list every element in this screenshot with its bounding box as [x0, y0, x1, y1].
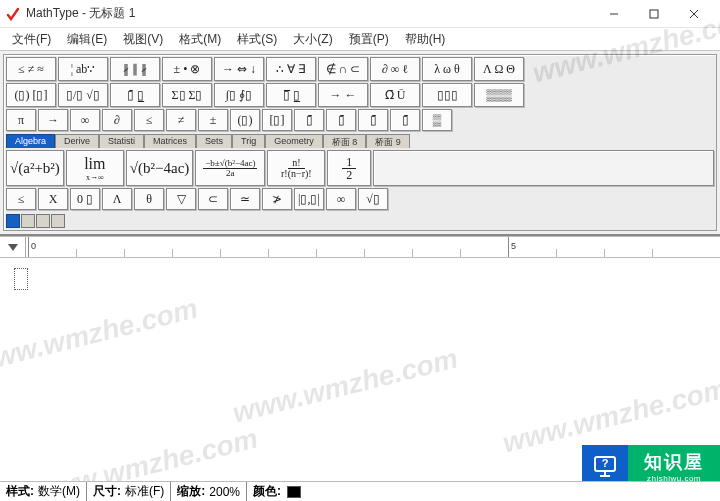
tmpl-frac-root[interactable]: ▯/▯ √▯ — [58, 83, 108, 107]
menu-edit[interactable]: 编辑(E) — [59, 29, 115, 50]
sym-greek-lower[interactable]: λ ω θ — [422, 57, 472, 81]
app-icon — [6, 7, 20, 21]
mini-tab-3[interactable] — [36, 214, 50, 228]
status-color[interactable]: 颜色: — [247, 482, 307, 501]
tmpl-fences[interactable]: (▯) [▯] — [6, 83, 56, 107]
expr-disc[interactable]: √(b²−4ac) — [126, 150, 194, 186]
mini-tabs — [6, 214, 714, 228]
symbol-palette: ≤ ≠ ≈ ¦ ab∵ ∦ ∥ ∦ ± • ⊗ → ⇔ ↓ ∴ ∀ ∃ ∉ ∩ … — [3, 54, 717, 231]
r5-nabla[interactable]: ▽ — [166, 188, 196, 210]
frac-den: r!(n−r)! — [281, 169, 312, 179]
status-zoom[interactable]: 缩放: 200% — [171, 482, 247, 501]
r5-ngtr[interactable]: ≯ — [262, 188, 292, 210]
window-buttons — [594, 1, 714, 27]
tab-derive[interactable]: Derive — [55, 134, 99, 148]
fav-pm[interactable]: ± — [198, 109, 228, 131]
frac-den: 2a — [226, 169, 235, 178]
math-text: √(b²−4ac) — [130, 160, 190, 177]
status-size[interactable]: 尺寸: 标准(F) — [87, 482, 171, 501]
fav-inf[interactable]: ∞ — [70, 109, 100, 131]
menu-prefs[interactable]: 预置(P) — [341, 29, 397, 50]
r5-le[interactable]: ≤ — [6, 188, 36, 210]
mini-tab-2[interactable] — [21, 214, 35, 228]
ruler-tick — [460, 249, 461, 257]
tab-trig[interactable]: Trig — [232, 134, 265, 148]
sym-operators[interactable]: ± • ⊗ — [162, 57, 212, 81]
menu-view[interactable]: 视图(V) — [115, 29, 171, 50]
sym-greek-upper[interactable]: Λ Ω Θ — [474, 57, 524, 81]
r5-zero[interactable]: 0 ▯ — [70, 188, 100, 210]
expr-binom[interactable]: n! r!(n−r)! — [267, 150, 325, 186]
tmpl-matrix[interactable]: ▯▯▯ — [422, 83, 472, 107]
status-style[interactable]: 样式: 数学(M) — [0, 482, 87, 501]
r5-root[interactable]: √▯ — [358, 188, 388, 210]
sym-misc[interactable]: ∂ ∞ ℓ — [370, 57, 420, 81]
status-color-label: 颜色: — [253, 483, 281, 500]
sym-arrows[interactable]: → ⇔ ↓ — [214, 57, 264, 81]
sym-embellish[interactable]: ∦ ∥ ∦ — [110, 57, 160, 81]
tab-extra-9[interactable]: 桥面 9 — [366, 134, 410, 148]
menu-size[interactable]: 大小(Z) — [285, 29, 340, 50]
tab-statisti[interactable]: Statisti — [99, 134, 144, 148]
r5-x[interactable]: X — [38, 188, 68, 210]
menu-style[interactable]: 样式(S) — [229, 29, 285, 50]
mini-tab-1[interactable] — [6, 214, 20, 228]
palette-row-2: (▯) [▯] ▯/▯ √▯ ▯̄ ▯̲ Σ▯ Σ▯ ∫▯ ∮▯ ▯̅ ▯̲ →… — [6, 83, 714, 107]
close-button[interactable] — [674, 1, 714, 27]
ruler-tick — [652, 249, 653, 257]
fav-grid[interactable]: ▒ — [422, 109, 452, 131]
palette-row-3: π → ∞ ∂ ≤ ≠ ± (▯) [▯] ▯̄ ▯̄ ▯̄ ▯̄ ▒ — [6, 109, 714, 131]
status-style-label: 样式: — [6, 483, 34, 500]
fav-arrow[interactable]: → — [38, 109, 68, 131]
expr-pythag[interactable]: √(a²+b²) — [6, 150, 64, 186]
tmpl-boxes[interactable]: ▒▒▒ — [474, 83, 524, 107]
sym-relational[interactable]: ≤ ≠ ≈ — [6, 57, 56, 81]
tab-matrices[interactable]: Matrices — [144, 134, 196, 148]
fav-sup1[interactable]: ▯̄ — [294, 109, 324, 131]
r5-theta[interactable]: θ — [134, 188, 164, 210]
tmpl-prod-set[interactable]: Ω̄ Ū — [370, 83, 420, 107]
r5-land[interactable]: Λ — [102, 188, 132, 210]
tmpl-integral[interactable]: ∫▯ ∮▯ — [214, 83, 264, 107]
sym-spaces[interactable]: ¦ ab∵ — [58, 57, 108, 81]
frac-num: n! — [288, 158, 304, 169]
fav-sup4[interactable]: ▯̄ — [390, 109, 420, 131]
r5-sim[interactable]: ≃ — [230, 188, 260, 210]
tmpl-sub-sup[interactable]: ▯̄ ▯̲ — [110, 83, 160, 107]
mini-tab-4[interactable] — [51, 214, 65, 228]
minimize-button[interactable] — [594, 1, 634, 27]
insertion-slot[interactable] — [14, 268, 28, 290]
expr-quadratic[interactable]: −b±√(b²−4ac) 2a — [195, 150, 265, 186]
expr-empty[interactable] — [373, 150, 714, 186]
fav-bracket[interactable]: [▯] — [262, 109, 292, 131]
fav-partial[interactable]: ∂ — [102, 109, 132, 131]
frac-den: 2 — [346, 169, 352, 181]
tab-geometry[interactable]: Geometry — [265, 134, 323, 148]
r5-det[interactable]: |▯,▯| — [294, 188, 324, 210]
tmpl-labeled-arrow[interactable]: → ← — [318, 83, 368, 107]
r5-sub[interactable]: ⊂ — [198, 188, 228, 210]
menu-file[interactable]: 文件(F) — [4, 29, 59, 50]
r5-inf[interactable]: ∞ — [326, 188, 356, 210]
tmpl-overbar[interactable]: ▯̅ ▯̲ — [266, 83, 316, 107]
fav-ne[interactable]: ≠ — [166, 109, 196, 131]
menu-help[interactable]: 帮助(H) — [397, 29, 454, 50]
math-text: lim — [84, 155, 105, 173]
maximize-button[interactable] — [634, 1, 674, 27]
sym-logic[interactable]: ∴ ∀ ∃ — [266, 57, 316, 81]
tab-algebra[interactable]: Algebra — [6, 134, 55, 148]
tab-extra-8[interactable]: 桥面 8 — [323, 134, 367, 148]
tmpl-sum[interactable]: Σ▯ Σ▯ — [162, 83, 212, 107]
ruler-origin[interactable] — [0, 237, 26, 257]
menu-format[interactable]: 格式(M) — [171, 29, 229, 50]
fav-sup2[interactable]: ▯̄ — [326, 109, 356, 131]
sym-set[interactable]: ∉ ∩ ⊂ — [318, 57, 368, 81]
ruler-scale[interactable] — [26, 237, 720, 257]
expr-limit[interactable]: lim x→∞ — [66, 150, 124, 186]
fav-le[interactable]: ≤ — [134, 109, 164, 131]
fav-pi[interactable]: π — [6, 109, 36, 131]
fav-paren[interactable]: (▯) — [230, 109, 260, 131]
fav-sup3[interactable]: ▯̄ — [358, 109, 388, 131]
tab-sets[interactable]: Sets — [196, 134, 232, 148]
expr-half[interactable]: 1 2 — [327, 150, 371, 186]
